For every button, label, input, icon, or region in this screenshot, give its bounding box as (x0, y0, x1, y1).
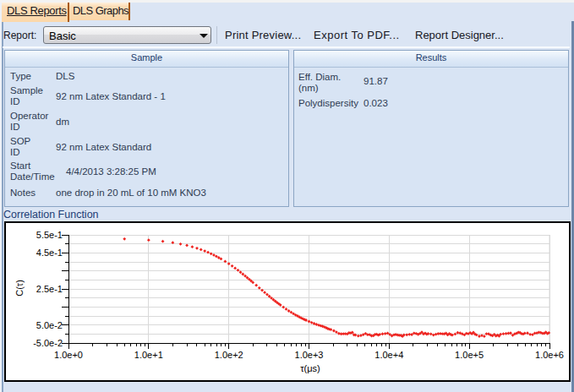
svg-text:1.0e+6: 1.0e+6 (535, 350, 564, 360)
svg-text:1.0e+3: 1.0e+3 (295, 350, 324, 360)
svg-text:2.5e-1: 2.5e-1 (36, 284, 63, 294)
svg-text:5.0e-2: 5.0e-2 (36, 320, 63, 330)
svg-text:C(τ): C(τ) (14, 280, 25, 297)
svg-text:-5.0e-2: -5.0e-2 (33, 338, 63, 348)
svg-text:1.0e+5: 1.0e+5 (455, 350, 484, 360)
svg-text:τ(μs): τ(μs) (300, 363, 320, 373)
svg-text:4.5e-1: 4.5e-1 (36, 248, 63, 258)
svg-text:1.0e+1: 1.0e+1 (134, 350, 163, 360)
svg-text:1.0e+4: 1.0e+4 (374, 350, 403, 360)
svg-text:5.5e-1: 5.5e-1 (36, 230, 63, 240)
svg-text:1.0e+2: 1.0e+2 (215, 350, 243, 360)
svg-text:1.0e+0: 1.0e+0 (54, 350, 83, 360)
